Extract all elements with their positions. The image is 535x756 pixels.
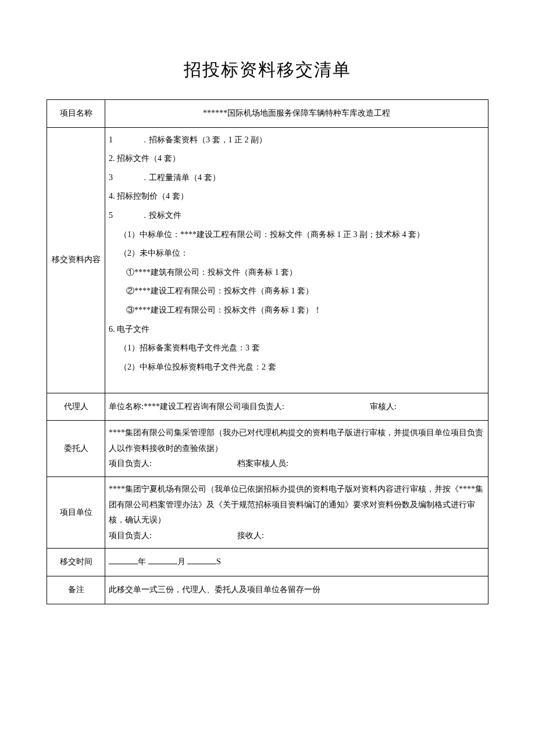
- blank-s: [187, 555, 216, 565]
- material-item: 2. 招标文件（4 套）: [109, 151, 484, 167]
- material-item-text: （1）中标单位：****建设工程有限公司：投标文件（商务标 1 正 3 副；技术…: [119, 230, 425, 239]
- label-project-name: 项目名称: [47, 100, 105, 128]
- material-item-text: （2）中标单位投标资料电子文件光盘：2 套: [119, 363, 276, 371]
- material-item-number: 6.: [109, 325, 115, 334]
- material-item-number: 1: [109, 135, 113, 144]
- blank-month: [148, 555, 177, 565]
- label-agent: 代理人: [47, 393, 105, 421]
- blank-year: [109, 555, 138, 565]
- label-client: 委托人: [47, 421, 105, 477]
- agent-reviewer-label: 审核人:: [370, 402, 397, 411]
- handover-table: 项目名称 ******国际机场地面服务保障车辆特种车库改造工程 移交资料内容 1…: [47, 99, 488, 604]
- time-s: S: [216, 557, 221, 566]
- document-title: 招投标资料移交清单: [47, 58, 488, 82]
- label-remark: 备注: [47, 576, 105, 604]
- client-pm-label: 项目负责人:: [109, 459, 152, 468]
- row-materials: 移交资料内容 1．招标备案资料（3 套，1 正 2 副）2. 招标文件（4 套）…: [47, 127, 488, 393]
- material-item: 4. 招标控制价（4 套）: [109, 189, 484, 205]
- material-item: 6. 电子文件: [109, 322, 484, 338]
- material-item: ③****建设工程有限公司：投标文件（商务标 1 套）！: [109, 303, 484, 318]
- material-item: （2）中标单位投标资料电子文件光盘：2 套: [109, 360, 484, 375]
- row-unit: 项目单位 ****集团宁夏机场有限公司（我单位已依据招标办提供的资料电子版对资料…: [47, 476, 488, 548]
- material-item-text: ．工程量清单（4 套）: [141, 173, 220, 182]
- value-unit: ****集团宁夏机场有限公司（我单位已依据招标办提供的资料电子版对资料内容进行审…: [105, 476, 488, 548]
- material-item-number: 2.: [109, 154, 115, 163]
- material-item-text: （2）未中标单位：: [119, 249, 188, 257]
- label-materials: 移交资料内容: [47, 127, 105, 393]
- client-desc: ****集团有限公司集采管理部（我办已对代理机构提交的资料电子版进行审核，并提供…: [109, 425, 484, 456]
- label-time: 移交时间: [47, 549, 105, 576]
- material-item: （2）未中标单位：: [109, 246, 484, 261]
- material-item: ②****建设工程有限公司：投标文件（商务标 1 套）: [109, 284, 484, 299]
- material-item: （1）招标备案资料电子文件光盘：3 套: [109, 341, 484, 356]
- material-item-text: ③****建设工程有限公司：投标文件（商务标 1 套）！: [126, 306, 322, 314]
- material-item: 5．投标文件: [109, 208, 484, 224]
- material-item-text: ②****建设工程有限公司：投标文件（商务标 1 套）: [126, 286, 313, 295]
- value-remark: 此移交单一式三份，代理人、委托人及项目单位各留存一份: [105, 576, 488, 604]
- unit-desc: ****集团宁夏机场有限公司（我单位已依据招标办提供的资料电子版对资料内容进行审…: [109, 482, 484, 528]
- value-materials: 1．招标备案资料（3 套，1 正 2 副）2. 招标文件（4 套）3．工程量清单…: [105, 127, 488, 393]
- material-item-text: ．招标备案资料（3 套，1 正 2 副）: [141, 135, 267, 144]
- agent-prefix: 单位名称:****建设工程咨询有限公司项目负责人:: [109, 402, 284, 411]
- material-item-number: 5: [109, 211, 113, 220]
- row-agent: 代理人 单位名称:****建设工程咨询有限公司项目负责人: 审核人:: [47, 393, 488, 421]
- value-project-name: ******国际机场地面服务保障车辆特种车库改造工程: [105, 100, 488, 128]
- row-time: 移交时间 年 月 S: [47, 549, 488, 576]
- material-item-number: 3: [109, 173, 113, 182]
- material-item: 1．招标备案资料（3 套，1 正 2 副）: [109, 132, 484, 148]
- material-item: （1）中标单位：****建设工程有限公司：投标文件（商务标 1 正 3 副；技术…: [109, 227, 484, 243]
- material-item-text: ．投标文件: [141, 211, 181, 220]
- material-item-text: 招标文件（4 套）: [115, 154, 180, 163]
- value-agent: 单位名称:****建设工程咨询有限公司项目负责人: 审核人:: [105, 393, 488, 421]
- row-client: 委托人 ****集团有限公司集采管理部（我办已对代理机构提交的资料电子版进行审核…: [47, 421, 488, 477]
- unit-pm-label: 项目负责人:: [109, 531, 152, 540]
- row-project-name: 项目名称 ******国际机场地面服务保障车辆特种车库改造工程: [47, 100, 488, 128]
- material-item-number: 4.: [109, 192, 115, 200]
- material-item-text: ①****建筑有限公司：投标文件（商务标 1 套）: [126, 268, 297, 277]
- time-year: 年: [138, 557, 148, 566]
- unit-receiver-label: 接收人:: [237, 531, 264, 540]
- material-item-text: 招标控制价（4 套）: [115, 192, 188, 200]
- value-client: ****集团有限公司集采管理部（我办已对代理机构提交的资料电子版进行审核，并提供…: [105, 421, 488, 477]
- client-archiver-label: 档案审核人员:: [237, 459, 288, 468]
- material-item-text: 电子文件: [115, 325, 150, 334]
- value-time: 年 月 S: [105, 549, 488, 576]
- time-month: 月: [177, 557, 188, 566]
- material-item: 3．工程量清单（4 套）: [109, 170, 484, 186]
- label-unit: 项目单位: [47, 476, 105, 548]
- row-remark: 备注 此移交单一式三份，代理人、委托人及项目单位各留存一份: [47, 576, 488, 604]
- material-item-text: （1）招标备案资料电子文件光盘：3 套: [119, 343, 260, 352]
- material-item: ①****建筑有限公司：投标文件（商务标 1 套）: [109, 265, 484, 281]
